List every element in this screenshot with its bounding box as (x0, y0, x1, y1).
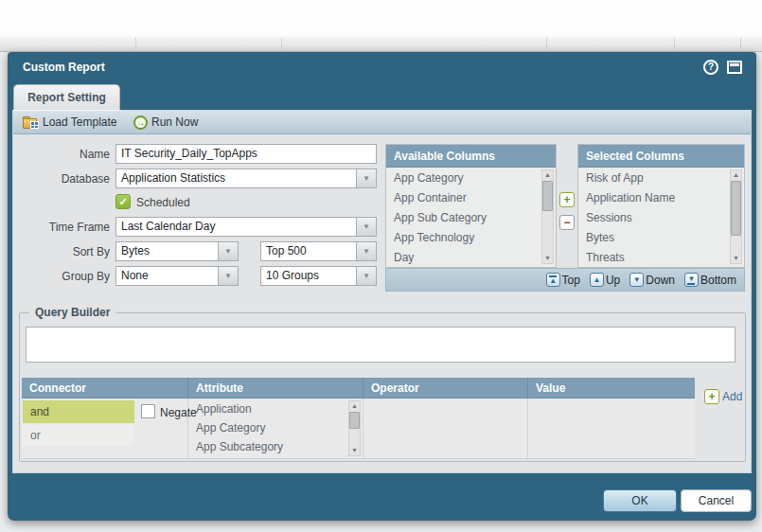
run-now-button[interactable]: → Run Now (133, 111, 198, 133)
query-table-body: and or Negate Application App Category A… (22, 399, 695, 459)
attribute-option[interactable]: App Subcategory (188, 436, 363, 455)
connector-cell: and or Negate (22, 399, 188, 458)
bg-column-divider (740, 38, 741, 49)
scroll-up-icon[interactable]: ▲ (731, 170, 741, 180)
scroll-up-icon[interactable]: ▲ (542, 170, 553, 180)
run-arrow-icon: → (133, 115, 148, 130)
value-cell[interactable] (528, 399, 695, 458)
move-top-button[interactable]: ▲ Top (546, 273, 580, 287)
scheduled-label: Scheduled (136, 196, 190, 209)
list-item[interactable]: Application Name (578, 187, 744, 207)
list-item[interactable]: App Technology (386, 227, 556, 247)
sort-by-select[interactable]: Bytes ▼ (115, 241, 239, 261)
sort-top-select[interactable]: Top 500 ▼ (260, 241, 377, 261)
bg-column-divider (546, 38, 547, 49)
time-frame-label: Time Frame (13, 221, 110, 234)
move-bottom-button[interactable]: ▼ Bottom (684, 273, 736, 287)
selected-columns-list: Risk of App Application Name Sessions By… (578, 168, 744, 266)
available-columns-panel: Available Columns App Category App Conta… (385, 144, 557, 268)
list-item[interactable]: Day (386, 247, 556, 267)
add-condition-button[interactable]: + Add (704, 389, 742, 404)
attribute-column-header: Attribute (188, 378, 363, 399)
list-item[interactable]: App Category (386, 168, 556, 187)
selected-columns-header: Selected Columns (578, 145, 744, 168)
add-label: Add (722, 390, 742, 403)
available-columns-list: App Category App Container App Sub Categ… (386, 168, 556, 266)
chevron-down-icon[interactable]: ▼ (218, 242, 238, 260)
bg-column-divider (674, 38, 675, 49)
column-order-bar: ▲ Top ▲ Up ▼ Down ▼ Bottom (385, 268, 745, 292)
database-label: Database (13, 172, 110, 186)
background-table-header (0, 36, 762, 52)
query-input[interactable] (26, 327, 735, 363)
sort-by-label: Sort By (13, 245, 110, 258)
scroll-thumb[interactable] (731, 181, 741, 236)
custom-report-dialog: Custom Report ? Report Setting Load Temp… (8, 52, 756, 521)
ok-button[interactable]: OK (603, 489, 677, 512)
scroll-thumb[interactable] (349, 412, 360, 429)
chevron-down-icon[interactable]: ▼ (218, 267, 238, 285)
chevron-down-icon[interactable]: ▼ (356, 218, 376, 236)
dialog-titlebar[interactable]: Custom Report ? (8, 52, 756, 83)
dialog-title: Custom Report (23, 61, 105, 74)
load-template-button[interactable]: Load Template (23, 111, 117, 133)
tab-report-setting[interactable]: Report Setting (13, 84, 120, 111)
list-item[interactable]: App Sub Category (386, 207, 556, 227)
connector-option-and[interactable]: and (23, 400, 134, 423)
list-item[interactable]: Sessions (578, 207, 744, 227)
list-item[interactable]: Risk of App (578, 168, 744, 187)
query-condition-table: Connector Attribute Operator Value and o… (22, 378, 695, 459)
group-by-select[interactable]: None ▼ (115, 266, 239, 286)
scroll-thumb[interactable] (542, 181, 553, 211)
name-input[interactable]: IT Security_Daily_TopApps (115, 144, 377, 164)
list-item[interactable]: Bytes (578, 227, 744, 247)
scroll-down-icon[interactable]: ▼ (349, 446, 360, 455)
scroll-down-icon[interactable]: ▼ (542, 254, 553, 263)
move-up-label: Up (606, 274, 620, 287)
time-frame-select[interactable]: Last Calendar Day ▼ (115, 217, 377, 237)
time-frame-value: Last Calendar Day (116, 218, 356, 236)
chevron-down-icon[interactable]: ▼ (356, 169, 376, 187)
available-columns-header: Available Columns (386, 145, 556, 168)
list-item[interactable]: App Container (386, 187, 556, 207)
attribute-option[interactable]: Application (188, 399, 363, 417)
operator-cell[interactable] (363, 399, 528, 458)
toolbar: Load Template → Run Now (13, 111, 751, 134)
move-top-label: Top (562, 274, 580, 287)
scheduled-checkbox[interactable]: ✓ (115, 194, 131, 209)
value-column-header: Value (528, 378, 695, 399)
chevron-down-icon[interactable]: ▼ (356, 242, 376, 260)
remove-column-button[interactable]: − (559, 215, 575, 230)
group-by-label: Group By (13, 270, 110, 283)
scrollbar[interactable]: ▲ ▼ (348, 400, 361, 456)
scroll-up-icon[interactable]: ▲ (349, 401, 360, 411)
screen: Custom Report ? Report Setting Load Temp… (0, 0, 762, 532)
list-item[interactable]: Threats (578, 247, 744, 267)
move-bottom-icon: ▼ (684, 273, 699, 287)
selected-columns-panel: Selected Columns Risk of App Application… (577, 144, 745, 268)
add-icon: + (704, 389, 719, 404)
add-column-button[interactable]: + (559, 192, 575, 207)
attribute-option[interactable]: App Category (188, 417, 363, 436)
move-up-button[interactable]: ▲ Up (590, 273, 620, 287)
scrollbar[interactable]: ▲ ▼ (730, 169, 742, 264)
help-icon[interactable]: ? (703, 60, 718, 75)
tab-strip: Report Setting (8, 83, 756, 111)
connector-option-or[interactable]: or (23, 425, 134, 446)
minimize-icon[interactable] (727, 61, 742, 74)
negate-checkbox[interactable] (141, 404, 155, 418)
group-count-select[interactable]: 10 Groups ▼ (260, 266, 377, 286)
move-down-button[interactable]: ▼ Down (629, 273, 675, 287)
sort-top-value: Top 500 (261, 242, 356, 260)
move-down-label: Down (646, 274, 675, 287)
scroll-down-icon[interactable]: ▼ (731, 254, 741, 263)
group-count-value: 10 Groups (261, 267, 356, 285)
cancel-button[interactable]: Cancel (681, 489, 752, 512)
run-now-label: Run Now (151, 115, 198, 129)
group-by-value: None (116, 267, 218, 285)
move-down-icon: ▼ (629, 273, 644, 287)
chevron-down-icon[interactable]: ▼ (356, 267, 376, 285)
database-select[interactable]: Application Statistics ▼ (115, 168, 377, 188)
scrollbar[interactable]: ▲ ▼ (541, 169, 554, 264)
query-builder-group: Query Builder Connector Attribute Operat… (19, 312, 746, 462)
